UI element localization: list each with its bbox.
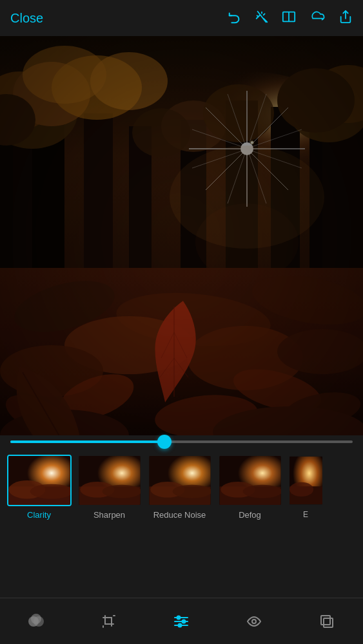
cloud-icon[interactable]	[309, 10, 326, 27]
crop-icon	[99, 612, 119, 631]
filter-label-clarity: Clarity	[27, 510, 51, 520]
slider-fill	[10, 440, 164, 443]
layers-icon	[26, 612, 46, 631]
filter-thumb-defog	[218, 455, 282, 506]
toolbar-crop-button[interactable]	[99, 612, 119, 631]
main-image-area	[0, 36, 363, 435]
filter-label-extra: E	[303, 510, 308, 519]
bottom-toolbar	[0, 598, 363, 644]
share-icon[interactable]	[338, 10, 353, 27]
filter-label-reduce-noise: Reduce Noise	[153, 510, 206, 520]
svg-point-100	[289, 482, 313, 497]
filter-thumb-reduce-noise	[148, 455, 212, 506]
svg-point-110	[182, 620, 186, 623]
filter-item-defog[interactable]: Defog	[216, 455, 284, 520]
compare-icon[interactable]	[282, 10, 296, 27]
svg-line-4	[257, 15, 259, 17]
filter-label-defog: Defog	[239, 510, 261, 520]
filter-thumb-extra	[288, 455, 324, 506]
toolbar-adjustments-button[interactable]	[172, 612, 191, 631]
frames-icon	[317, 612, 337, 631]
filters-row: Clarity Sharpen	[0, 448, 363, 526]
eye-icon	[244, 612, 264, 631]
filter-thumb-clarity	[7, 455, 72, 506]
svg-point-96	[242, 485, 280, 498]
header: Close	[0, 0, 363, 36]
filter-label-sharpen: Sharpen	[93, 510, 125, 520]
svg-point-109	[177, 616, 181, 619]
slider-thumb[interactable]	[157, 435, 172, 449]
svg-rect-113	[321, 616, 330, 625]
filter-item-clarity[interactable]: Clarity	[5, 455, 73, 520]
svg-point-103	[31, 614, 41, 624]
filter-item-reduce-noise[interactable]: Reduce Noise	[146, 455, 213, 520]
adjustment-slider[interactable]	[0, 435, 363, 448]
header-icons	[228, 10, 353, 27]
toolbar-frames-button[interactable]	[317, 612, 337, 631]
svg-line-3	[264, 14, 265, 15]
magic-wand-icon[interactable]	[255, 10, 269, 27]
svg-point-91	[172, 485, 210, 498]
close-button[interactable]: Close	[10, 11, 43, 26]
svg-rect-76	[0, 36, 363, 435]
filter-thumb-sharpen	[77, 455, 142, 506]
svg-point-112	[252, 620, 256, 623]
svg-point-111	[179, 623, 182, 627]
filter-item-sharpen[interactable]: Sharpen	[75, 455, 143, 520]
undo-icon[interactable]	[228, 10, 242, 27]
slider-track[interactable]	[10, 440, 353, 443]
toolbar-preview-button[interactable]	[244, 612, 264, 631]
toolbar-layers-button[interactable]	[26, 612, 46, 631]
filter-item-extra[interactable]: E	[286, 455, 325, 519]
svg-point-86	[102, 485, 140, 498]
svg-rect-114	[324, 618, 333, 627]
adjustments-icon	[172, 612, 191, 631]
